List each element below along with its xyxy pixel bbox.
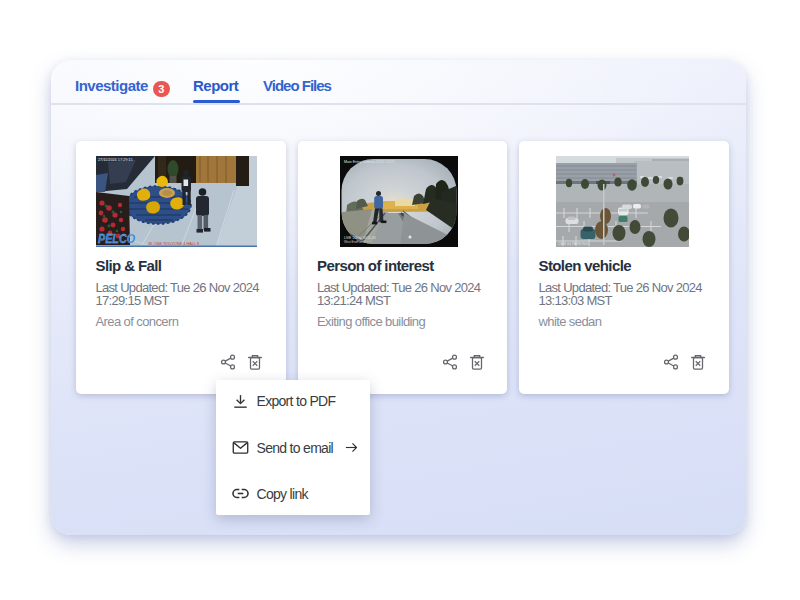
svg-text:27/11/2024 17:29:15: 27/11/2024 17:29:15 — [98, 158, 133, 162]
svg-text:CAM 04 PARKING: CAM 04 PARKING — [558, 242, 588, 246]
svg-text:West EndPoint2: West EndPoint2 — [344, 240, 366, 244]
svg-text:4K ONE 70%/ZONE 4 HALL S: 4K ONE 70%/ZONE 4 HALL S — [148, 242, 200, 246]
svg-text:PELCO: PELCO — [98, 232, 136, 246]
svg-text:Main Entry Camera 27/11 13:21: Main Entry Camera 27/11 13:21 — [344, 160, 395, 164]
svg-text:LIVE 1080p 30/11-05: LIVE 1080p 30/11-05 — [344, 236, 376, 240]
